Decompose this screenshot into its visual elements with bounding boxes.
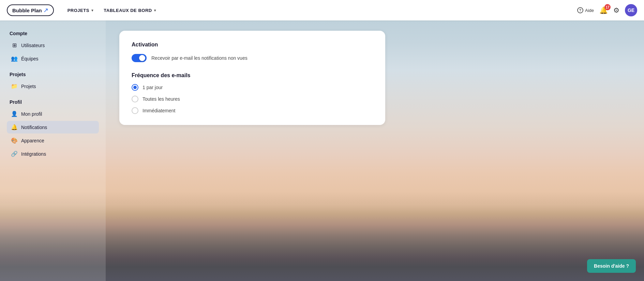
sidebar-item-apparence[interactable]: 🎨 Apparence — [7, 134, 99, 147]
main-nav: PROJETS ▼ TABLEAUX DE BORD ▼ — [64, 6, 577, 15]
content-area: Activation Recevoir par e-mail les notif… — [106, 20, 644, 281]
radio-outer-1 — [132, 84, 138, 91]
toggle-row: Recevoir par e-mail les notifications no… — [132, 54, 373, 62]
link-icon: 🔗 — [11, 151, 18, 157]
sidebar: Compte ⊞ Utilisateurs 👥 Équipes Projets … — [0, 20, 106, 281]
radio-outer-2 — [132, 96, 138, 102]
radio-toutes-les-heures[interactable]: Toutes les heures — [132, 96, 373, 102]
frequency-radio-group: 1 par jour Toutes les heures Immédiateme… — [132, 84, 373, 114]
logo-text: Bubble Plan — [12, 8, 42, 13]
notifications-button[interactable]: 🔔 17 — [599, 6, 608, 14]
help-button[interactable]: ? Aide — [577, 7, 594, 13]
sidebar-section-title-profil: Profil — [7, 99, 99, 105]
toggle-label: Recevoir par e-mail les notifications no… — [151, 55, 248, 61]
help-floating-button[interactable]: Besoin d'aide ? — [587, 259, 636, 273]
sidebar-item-notifications[interactable]: 🔔 Notifications — [7, 121, 99, 134]
radio-immediatement[interactable]: Immédiatement — [132, 107, 373, 114]
grid-icon: ⊞ — [11, 42, 18, 48]
sidebar-item-integrations[interactable]: 🔗 Intégrations — [7, 147, 99, 160]
sidebar-item-utilisateurs[interactable]: ⊞ Utilisateurs — [7, 39, 99, 52]
avatar[interactable]: GE — [625, 4, 637, 16]
header: Bubble Plan ↗ PROJETS ▼ TABLEAUX DE BORD… — [0, 0, 644, 20]
chevron-down-icon: ▼ — [153, 9, 157, 12]
radio-inner-1 — [133, 86, 137, 89]
help-circle-icon: ? — [577, 7, 583, 13]
logo[interactable]: Bubble Plan ↗ — [7, 4, 54, 16]
user-icon: 👤 — [11, 111, 18, 117]
header-right: ? Aide 🔔 17 ⚙ GE — [577, 4, 637, 16]
chevron-down-icon: ▼ — [91, 9, 94, 12]
notifications-card: Activation Recevoir par e-mail les notif… — [119, 31, 385, 125]
teams-icon: 👥 — [11, 55, 18, 62]
sidebar-item-projets[interactable]: 📁 Projets — [7, 80, 99, 93]
nav-tableaux-de-bord[interactable]: TABLEAUX DE BORD ▼ — [100, 6, 160, 15]
radio-label-2: Toutes les heures — [143, 96, 180, 102]
main-layout: Compte ⊞ Utilisateurs 👥 Équipes Projets … — [0, 20, 644, 281]
notification-badge: 17 — [604, 4, 611, 10]
frequency-title: Fréquence des e-mails — [132, 72, 373, 79]
nav-projets[interactable]: PROJETS ▼ — [64, 6, 98, 15]
sidebar-section-projets: Projets 📁 Projets — [7, 72, 99, 93]
toggle-thumb — [139, 55, 145, 61]
sidebar-item-mon-profil[interactable]: 👤 Mon profil — [7, 108, 99, 120]
folder-icon: 📁 — [11, 83, 18, 89]
logo-arrow-icon: ↗ — [43, 6, 48, 14]
radio-1-par-jour[interactable]: 1 par jour — [132, 84, 373, 91]
sidebar-section-title-projets: Projets — [7, 72, 99, 77]
sidebar-section-title-compte: Compte — [7, 31, 99, 36]
sidebar-section-profil: Profil 👤 Mon profil 🔔 Notifications 🎨 Ap… — [7, 99, 99, 160]
email-notifications-toggle[interactable] — [132, 54, 147, 62]
settings-icon[interactable]: ⚙ — [613, 6, 619, 14]
bell-sidebar-icon: 🔔 — [11, 124, 18, 130]
radio-outer-3 — [132, 107, 138, 114]
sidebar-item-equipes[interactable]: 👥 Équipes — [7, 52, 99, 65]
activation-title: Activation — [132, 42, 373, 48]
radio-label-1: 1 par jour — [143, 85, 163, 90]
radio-label-3: Immédiatement — [143, 108, 175, 113]
palette-icon: 🎨 — [11, 137, 18, 144]
sidebar-section-compte: Compte ⊞ Utilisateurs 👥 Équipes — [7, 31, 99, 65]
